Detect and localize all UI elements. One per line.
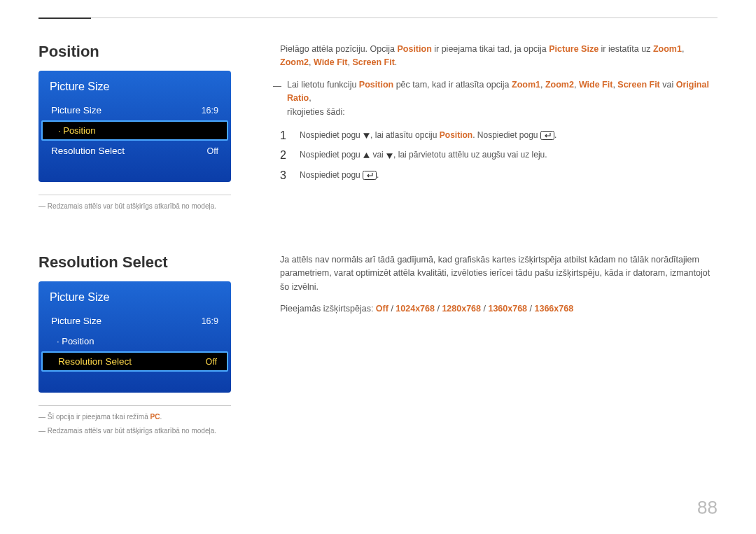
osd-panel: Picture SizePicture Size16:9· PositionRe…	[38, 281, 231, 393]
osd-item-label: Picture Size	[51, 105, 102, 115]
section-title: Resolution Select	[38, 253, 231, 272]
osd-panel: Picture SizePicture Size16:9· PositionRe…	[38, 71, 231, 182]
osd-item[interactable]: Resolution SelectOff	[41, 351, 228, 372]
osd-item-label: · Position	[57, 336, 94, 346]
osd-item-label: Picture Size	[51, 316, 102, 326]
section-title: Position	[38, 43, 231, 61]
step-item: Nospiediet pogu .	[280, 169, 718, 182]
arrow-down-icon	[386, 152, 393, 160]
note: ―Lai lietotu funkciju Position pēc tam, …	[280, 78, 718, 119]
osd-item[interactable]: Picture Size16:9	[38, 100, 231, 120]
osd-title: Picture Size	[38, 78, 231, 100]
description: Ja attēls nav normāls arī tādā gadījumā,…	[280, 253, 718, 294]
resolutions-line: Pieejamās izšķirtspējas: Off / 1024x768 …	[280, 302, 718, 316]
arrow-up-icon	[363, 152, 370, 160]
steps-list: Nospiediet pogu , lai atlasītu opciju Po…	[280, 129, 718, 182]
osd-item-value: Off	[206, 357, 217, 367]
step-item: Nospiediet pogu vai , lai pārvietotu att…	[280, 148, 718, 162]
osd-item[interactable]: Resolution SelectOff	[38, 141, 231, 161]
osd-item[interactable]: Picture Size16:9	[38, 311, 231, 331]
arrow-down-icon	[363, 132, 370, 139]
osd-title: Picture Size	[38, 288, 231, 311]
enter-icon	[540, 131, 554, 140]
osd-item-value: 16:9	[202, 106, 218, 115]
step-item: Nospiediet pogu , lai atlasītu opciju Po…	[280, 129, 718, 142]
osd-item-label: Resolution Select	[51, 146, 125, 156]
description: Pielāgo attēla pozīciju. Opcija Position…	[280, 43, 718, 70]
osd-item-label: Resolution Select	[58, 356, 132, 367]
page-number: 88	[697, 497, 718, 519]
osd-item[interactable]: · Position	[38, 331, 231, 351]
osd-item-label: · Position	[58, 125, 95, 136]
footnote: Redzamais attēls var būt atšķirīgs atkar…	[38, 201, 231, 212]
osd-item-value: Off	[207, 146, 218, 156]
footnote: Redzamais attēls var būt atšķirīgs atkar…	[38, 426, 231, 437]
osd-item[interactable]: · Position	[41, 120, 228, 141]
osd-item-value: 16:9	[202, 316, 218, 326]
footnote: Šī opcija ir pieejama tikai režīmā PC.	[38, 412, 231, 423]
enter-icon	[363, 171, 377, 180]
